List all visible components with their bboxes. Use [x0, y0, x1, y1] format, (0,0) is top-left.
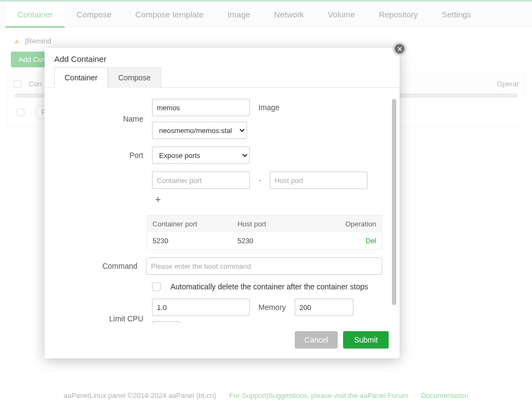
label-memory: Memory: [255, 303, 289, 312]
cpu-input[interactable]: [152, 299, 250, 316]
modal-tab-container[interactable]: Container: [54, 67, 108, 88]
command-input[interactable]: [146, 257, 382, 275]
port-table-row: 5230 5230 Del: [147, 232, 382, 249]
cell-container-port: 5230: [153, 237, 238, 245]
port-table: Container port Host port Operation 5230 …: [147, 215, 382, 250]
port-table-header: Container port Host port Operation: [147, 216, 382, 232]
container-port-input[interactable]: [152, 172, 250, 189]
col-container-port: Container port: [153, 220, 238, 228]
label-command: Command: [45, 262, 146, 270]
modal-body: Name Image neosmemo/memos:stal Port Expo…: [45, 88, 400, 324]
name-input[interactable]: [152, 99, 250, 116]
modal-tab-compose[interactable]: Compose: [108, 67, 161, 88]
delete-port-button[interactable]: Del: [305, 237, 376, 245]
modal-tab-bar: Container Compose: [45, 67, 400, 88]
modal-close-button[interactable]: ✕: [393, 42, 406, 55]
add-port-button[interactable]: +: [152, 194, 164, 206]
modal-footer: Cancel Submit: [45, 324, 400, 358]
add-container-modal: ✕ Add Container Container Compose Name I…: [45, 48, 400, 358]
col-port-operation: Operation: [305, 220, 376, 228]
label-cpu: Limit CPU: [45, 314, 152, 323]
label-name: Name: [45, 115, 152, 123]
col-host-port: Host port: [238, 220, 305, 228]
modal-title: Add Container: [45, 48, 400, 67]
memory-unit-select[interactable]: MB: [152, 321, 180, 324]
auto-delete-label: Automatically delete the container after…: [170, 282, 368, 291]
port-mode-select[interactable]: Expose ports: [152, 147, 250, 164]
host-port-input[interactable]: [270, 172, 368, 189]
label-image: Image: [255, 103, 283, 112]
image-select[interactable]: neosmemo/memos:stal: [152, 122, 247, 139]
cell-host-port: 5230: [238, 237, 305, 245]
submit-button[interactable]: Submit: [343, 331, 389, 349]
label-port: Port: [45, 151, 152, 160]
memory-input[interactable]: [295, 299, 353, 316]
port-dash: -: [255, 176, 264, 185]
modal-scrollbar[interactable]: [392, 99, 396, 305]
cancel-button[interactable]: Cancel: [295, 331, 338, 349]
auto-delete-checkbox[interactable]: [152, 282, 161, 291]
close-icon: ✕: [397, 45, 403, 53]
